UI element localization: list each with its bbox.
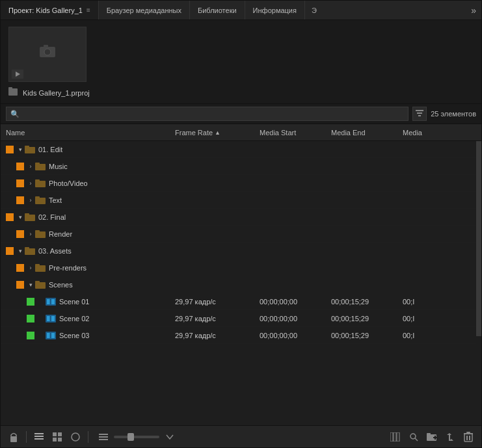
expand-button[interactable]: › — [26, 196, 35, 205]
vertical-scrollbar[interactable] — [476, 141, 481, 425]
filter-button[interactable] — [412, 107, 427, 121]
table-rows: ▾ 01. Edit› Music› Photo/Video› Text▾ 02… — [1, 141, 476, 425]
expand-button[interactable]: › — [26, 230, 35, 239]
svg-rect-19 — [35, 231, 46, 238]
expand-panel-btn[interactable]: » — [466, 1, 481, 20]
lock-button[interactable] — [6, 429, 21, 445]
name-cell: ▾ 02. Final — [1, 213, 170, 222]
tab3[interactable]: Э — [305, 1, 323, 20]
framerate-cell: 29,97 кадр/с — [170, 315, 254, 323]
columns-btn[interactable] — [388, 429, 403, 445]
project-tab[interactable]: Проект: Kids Gallery_1 ≡ — [1, 1, 99, 20]
table-row[interactable]: Scene 0129,97 кадр/с00;00;00;0000;00;15;… — [1, 293, 476, 310]
svg-rect-51 — [390, 432, 393, 441]
svg-rect-59 — [435, 436, 436, 440]
table-row[interactable]: ▾ 02. Final — [1, 209, 476, 226]
svg-rect-37 — [51, 333, 55, 338]
svg-rect-17 — [25, 215, 35, 221]
transfer-btn[interactable] — [442, 429, 458, 445]
col-name-header[interactable]: Name — [1, 129, 170, 137]
scrollbar-thumb[interactable] — [476, 141, 481, 336]
expand-button[interactable]: ▾ — [26, 280, 35, 289]
expand-button[interactable]: ▾ — [16, 145, 25, 154]
col-mediaend-header[interactable]: Media End — [326, 129, 397, 137]
project-tab-menu-icon[interactable]: ≡ — [87, 7, 90, 14]
name-cell: ▾ Scenes — [1, 280, 170, 289]
expand-button[interactable]: ▾ — [16, 213, 25, 222]
menu-icon-btn[interactable] — [96, 429, 111, 445]
expand-button[interactable]: ▾ — [16, 246, 25, 256]
slider-wrap — [96, 429, 178, 445]
svg-rect-8 — [418, 115, 421, 116]
svg-rect-41 — [34, 436, 44, 437]
expand-button[interactable]: › — [26, 179, 35, 188]
svg-point-47 — [72, 433, 79, 441]
search-input[interactable] — [22, 110, 404, 118]
svg-rect-10 — [25, 146, 29, 148]
table-row[interactable]: Scene 0229,97 кадр/с00;00;00;0000;00;15;… — [1, 310, 476, 327]
search-input-wrapper[interactable]: 🔍 — [6, 107, 408, 121]
col-framerate-header[interactable]: Frame Rate ▲ — [170, 129, 254, 137]
mediadur-cell: 00;I — [397, 315, 476, 323]
table-row[interactable]: › Music — [1, 158, 476, 175]
svg-rect-65 — [466, 436, 468, 440]
delete-btn[interactable] — [461, 429, 476, 445]
grid-view-button[interactable] — [49, 429, 65, 445]
table-row[interactable]: ▾ Scenes — [1, 276, 476, 293]
table-row[interactable]: ▾ 01. Edit — [1, 141, 476, 158]
svg-rect-64 — [464, 434, 472, 441]
size-slider[interactable] — [114, 436, 159, 438]
table-scrollable: ▾ 01. Edit› Music› Photo/Video› Text▾ 02… — [1, 141, 481, 425]
color-indicator — [6, 213, 14, 221]
svg-rect-6 — [416, 110, 423, 111]
panel-body: Kids Gallery_1.prproj 🔍 25 элементов Nam… — [1, 20, 481, 447]
svg-rect-7 — [417, 112, 422, 114]
size-slider-thumb — [127, 433, 134, 441]
svg-rect-13 — [35, 181, 46, 187]
new-folder-btn[interactable] — [424, 429, 440, 445]
project-name-row: Kids Gallery_1.prproj — [8, 87, 90, 98]
chevron-down-btn[interactable] — [162, 429, 178, 445]
table-row[interactable]: › Pre-renders — [1, 259, 476, 276]
svg-rect-48 — [99, 434, 108, 435]
media-browser-tab[interactable]: Браузер медиаданных — [99, 1, 190, 20]
table-row[interactable]: › Photo/Video — [1, 175, 476, 192]
col-media-header[interactable]: Media — [397, 129, 481, 137]
svg-rect-18 — [25, 213, 29, 215]
table-row[interactable]: › Render — [1, 226, 476, 243]
name-cell: › Text — [1, 196, 170, 205]
list-view-button[interactable] — [31, 429, 47, 445]
table-row[interactable]: › Text — [1, 192, 476, 209]
name-cell: › Photo/Video — [1, 179, 170, 188]
preview-area: Kids Gallery_1.prproj — [1, 20, 481, 103]
expand-button — [36, 331, 46, 340]
info-label: Информация — [253, 7, 297, 14]
expand-button[interactable]: › — [26, 162, 35, 171]
svg-rect-50 — [99, 439, 108, 440]
folder-icon — [35, 280, 46, 289]
folder-icon — [35, 263, 46, 272]
circle-button[interactable] — [68, 429, 83, 445]
play-button[interactable] — [12, 70, 23, 79]
color-indicator — [27, 315, 34, 323]
items-count: 25 элементов — [431, 110, 476, 118]
search-btn[interactable] — [406, 429, 422, 445]
svg-rect-63 — [449, 437, 450, 441]
item-name: Scene 02 — [59, 315, 89, 323]
expand-button[interactable]: › — [26, 263, 35, 272]
col-mediastart-header[interactable]: Media Start — [254, 129, 326, 137]
table-row[interactable]: ▾ 03. Assets — [1, 243, 476, 259]
folder-icon — [35, 196, 46, 204]
table-row[interactable]: Scene 0329,97 кадр/с00;00;00;0000;00;15;… — [1, 327, 476, 344]
color-indicator — [16, 196, 24, 204]
info-tab[interactable]: Информация — [245, 1, 305, 20]
svg-rect-9 — [25, 147, 35, 153]
svg-rect-2 — [44, 45, 48, 47]
libraries-tab[interactable]: Библиотеки — [190, 1, 245, 20]
item-name: Scenes — [49, 281, 73, 289]
svg-rect-26 — [35, 281, 40, 283]
svg-rect-32 — [47, 316, 50, 321]
project-filename: Kids Gallery_1.prproj — [23, 89, 90, 97]
color-indicator — [27, 298, 34, 306]
svg-rect-52 — [394, 432, 396, 441]
